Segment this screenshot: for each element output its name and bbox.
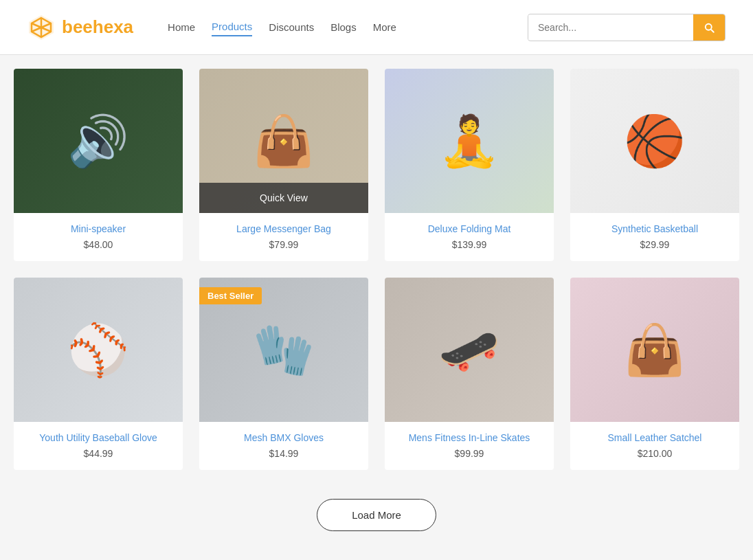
product-image-wrap: ⚾ Quick View xyxy=(14,278,183,422)
product-emoji: 👜 xyxy=(624,325,686,374)
product-emoji: 🧘 xyxy=(438,116,500,166)
search-button[interactable] xyxy=(693,14,725,41)
product-image-wrap: 🔊 Quick View xyxy=(14,69,183,213)
load-more-button[interactable]: Load More xyxy=(317,499,436,531)
product-price: $44.99 xyxy=(21,448,176,459)
best-seller-badge: Best Seller xyxy=(199,287,262,304)
product-name: Mesh BMX Gloves xyxy=(206,432,361,444)
product-price: $79.99 xyxy=(206,239,361,250)
product-card[interactable]: 🧘 Quick View Deluxe Folding Mat $139.99 xyxy=(385,69,554,261)
product-emoji: 🧤 xyxy=(253,325,315,374)
product-image-wrap: 👜 Quick View xyxy=(199,69,368,213)
product-card[interactable]: 👜 Quick View Small Leather Satchel $210.… xyxy=(570,278,739,470)
product-image-wrap: Best Seller 🧤 Quick View xyxy=(199,278,368,422)
product-card[interactable]: 🔊 Quick View Mini-speaker $48.00 xyxy=(14,69,183,261)
quick-view-overlay[interactable]: Quick View xyxy=(199,183,368,213)
logo-link[interactable]: beehexa xyxy=(27,14,133,41)
product-emoji: 🏀 xyxy=(624,116,686,166)
product-info: Mens Fitness In-Line Skates $99.99 xyxy=(385,422,554,470)
site-header: beehexa Home Products Discounts Blogs Mo… xyxy=(0,0,753,55)
product-name: Youth Utility Baseball Glove xyxy=(21,432,176,444)
product-price: $14.99 xyxy=(206,448,361,459)
load-more-section: Load More xyxy=(14,492,739,545)
product-info: Mesh BMX Gloves $14.99 xyxy=(199,422,368,470)
product-info: Mini-speaker $48.00 xyxy=(14,213,183,261)
nav-more[interactable]: More xyxy=(373,19,396,36)
product-info: Small Leather Satchel $210.00 xyxy=(570,422,739,470)
product-name: Small Leather Satchel xyxy=(577,432,732,444)
product-name: Deluxe Folding Mat xyxy=(392,223,547,235)
product-info: Synthetic Basketball $29.99 xyxy=(570,213,739,261)
search-icon xyxy=(703,21,715,34)
search-input[interactable] xyxy=(528,15,693,40)
product-card[interactable]: 👜 Quick View Large Messenger Bag $79.99 xyxy=(199,69,368,261)
product-price: $99.99 xyxy=(392,448,547,459)
main-content: 🔊 Quick View Mini-speaker $48.00 👜 Quick… xyxy=(0,55,753,560)
product-card[interactable]: Best Seller 🧤 Quick View Mesh BMX Gloves… xyxy=(199,278,368,470)
product-name: Mens Fitness In-Line Skates xyxy=(392,432,547,444)
product-emoji: 🔊 xyxy=(67,116,129,166)
product-price: $210.00 xyxy=(577,448,732,459)
nav-products[interactable]: Products xyxy=(212,18,252,36)
product-image-wrap: 🏀 Quick View xyxy=(570,69,739,213)
product-card[interactable]: ⚾ Quick View Youth Utility Baseball Glov… xyxy=(14,278,183,470)
product-card[interactable]: 🏀 Quick View Synthetic Basketball $29.99 xyxy=(570,69,739,261)
product-emoji: 👜 xyxy=(253,116,315,166)
search-bar xyxy=(528,14,726,41)
product-grid: 🔊 Quick View Mini-speaker $48.00 👜 Quick… xyxy=(14,69,739,470)
product-card[interactable]: 🛹 Quick View Mens Fitness In-Line Skates… xyxy=(385,278,554,470)
logo-icon xyxy=(27,14,55,41)
nav-home[interactable]: Home xyxy=(168,19,195,36)
product-name: Large Messenger Bag xyxy=(206,223,361,235)
product-image-wrap: 🛹 Quick View xyxy=(385,278,554,422)
main-nav: Home Products Discounts Blogs More xyxy=(168,18,507,36)
nav-blogs[interactable]: Blogs xyxy=(330,19,357,36)
product-info: Deluxe Folding Mat $139.99 xyxy=(385,213,554,261)
logo-text: beehexa xyxy=(62,16,133,38)
product-info: Large Messenger Bag $79.99 xyxy=(199,213,368,261)
product-name: Mini-speaker xyxy=(21,223,176,235)
product-emoji: ⚾ xyxy=(67,325,129,374)
product-name: Synthetic Basketball xyxy=(577,223,732,235)
product-info: Youth Utility Baseball Glove $44.99 xyxy=(14,422,183,470)
product-price: $48.00 xyxy=(21,239,176,250)
product-image-wrap: 👜 Quick View xyxy=(570,278,739,422)
product-image-wrap: 🧘 Quick View xyxy=(385,69,554,213)
product-price: $29.99 xyxy=(577,239,732,250)
product-price: $139.99 xyxy=(392,239,547,250)
product-emoji: 🛹 xyxy=(438,325,500,374)
nav-discounts[interactable]: Discounts xyxy=(269,19,314,36)
